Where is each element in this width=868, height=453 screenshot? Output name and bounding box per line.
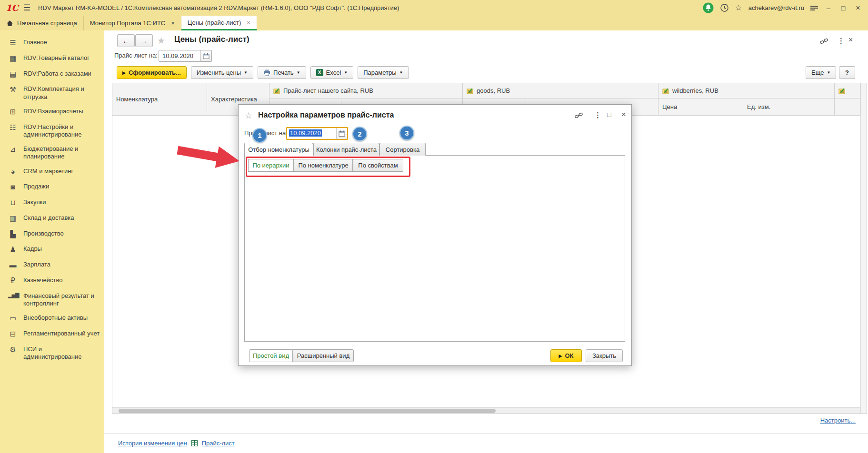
pricelist-icon [273,88,280,94]
forward-button[interactable]: → [135,34,153,47]
sidebar-item-label: Финансовый результат и контроллинг [23,292,100,308]
get-link-icon[interactable] [820,38,828,45]
horizontal-scrollbar[interactable] [112,407,860,414]
sidebar-item-fixed-assets[interactable]: ▭Внеоборотные активы [0,311,104,326]
truck-icon: ▭ [8,314,18,323]
close-tab-icon[interactable]: × [247,19,250,26]
parameters-label: Параметры [363,69,396,76]
sidebar-item-budgeting[interactable]: ⊿Бюджетирование и планирование [0,142,104,164]
maximize-button[interactable]: □ [839,4,848,12]
minimize-button[interactable]: – [824,4,833,12]
subcolumn-price[interactable]: Цена [658,98,743,116]
sidebar-item-nsi-admin[interactable]: ⚙НСИ и администрирование [0,342,104,364]
print-label: Печать [273,69,294,76]
vertical-scrollbar[interactable] [860,83,867,414]
sidebar-item-settings-admin[interactable]: ☷RDV:Настройки и администрирование [0,120,104,142]
pricelist-date-field[interactable]: 10.09.2020 [159,50,212,62]
subcolumn-unit[interactable]: Ед. изм. [743,98,835,116]
favorite-star-icon[interactable]: ★ [157,35,165,46]
column-header-clipped[interactable] [835,83,860,98]
print-button[interactable]: Печать ▼ [258,66,306,79]
sidebar-item-crm-marketing[interactable]: ◕CRM и маркетинг [0,164,104,180]
menu-icon: ☰ [8,39,18,48]
favorites-star-icon[interactable]: ☆ [735,4,742,12]
sidebar-item-salary[interactable]: ▬Зарплата [0,257,104,273]
button-label: Расширенный вид [297,352,349,359]
favorite-star-icon[interactable]: ☆ [245,110,252,121]
notifications-icon[interactable] [703,2,714,13]
change-prices-button[interactable]: Изменить цены ▼ [191,66,253,79]
sidebar-item-label: RDV:Комплектация и отгрузка [23,85,100,101]
get-link-icon[interactable] [575,112,583,119]
status-bar: История изменения цен Прайс-лист [104,433,868,453]
sidebar-item-warehouse-delivery[interactable]: ▥Склад и доставка [0,211,104,226]
close-label: Закрыть [592,352,616,359]
tab-sorting[interactable]: Сортировка [379,143,426,156]
sidebar-item-picking-shipping[interactable]: ⚒RDV:Комплектация и отгрузка [0,82,104,104]
horizontal-scrollbar-thumb[interactable] [119,409,496,413]
sidebar-item-main[interactable]: ☰Главное [0,35,104,51]
user-email[interactable]: achekarev@rdv-it.ru [748,4,804,11]
step-badge-3: 3 [399,126,414,140]
sidebar-item-settlements[interactable]: ⊞RDV:Взаиморасчеты [0,104,104,120]
sidebar-item-treasury[interactable]: ₽Казначейство [0,273,104,289]
parameters-button[interactable]: Параметры ▼ [358,66,409,79]
tab-home[interactable]: Начальная страница [0,16,84,30]
calendar-icon[interactable] [336,128,347,139]
extended-view-button[interactable]: Расширенный вид [293,349,354,362]
sidebar-item-production[interactable]: ▙Производство [0,226,104,242]
tab-nomenclature-selection[interactable]: Отбор номенклатуры [244,143,313,156]
chevron-down-icon: ▼ [344,70,348,75]
sidebar-item-product-catalog[interactable]: ▦RDV:Товарный каталог [0,51,104,67]
sidebar-item-financial-result[interactable]: ▂▅▇Финансовый результат и контроллинг [0,289,104,311]
sidebar-item-label: Главное [23,39,47,46]
price-history-link[interactable]: История изменения цен [118,440,187,447]
column-header-nomenclature[interactable]: Номенклатура [112,83,207,116]
sidebar-item-sales[interactable]: ◙Продажи [0,179,104,195]
toolbar: ▶ Сформировать... Изменить цены ▼ Печать… [117,66,409,79]
ledger-icon: ⊟ [8,330,18,339]
maximize-dialog-icon[interactable]: □ [607,111,611,118]
excel-button[interactable]: X Excel ▼ [310,66,354,79]
subcolumn-clipped[interactable] [835,98,860,116]
generate-button[interactable]: ▶ Сформировать... [117,66,187,79]
sidebar-item-regulated-accounting[interactable]: ⊟Регламентированный учет [0,326,104,342]
simple-view-button[interactable]: Простой вид [249,349,293,362]
more-menu-icon[interactable]: ⋮ [838,37,845,45]
close-button[interactable]: Закрыть [586,349,623,362]
close-page-icon[interactable]: × [848,36,853,44]
configure-link[interactable]: Настроить... [820,417,856,424]
ok-button[interactable]: ▶ ОК [550,349,582,362]
column-label: Характеристика [211,96,257,103]
calendar-icon[interactable] [200,50,211,61]
forward-arrow-icon: → [140,37,148,45]
support-menu-icon[interactable] [810,5,818,11]
close-dialog-icon[interactable]: × [621,110,626,119]
pricelist-date-value[interactable]: 10.09.2020 [159,50,200,61]
more-button[interactable]: Еще ▼ [806,66,836,79]
tab-pricelist-columns[interactable]: Колонки прайс-листа [313,143,379,156]
tab-its-monitor[interactable]: Монитор Портала 1С:ИТС × [84,16,181,30]
dialog-date-value[interactable]: 10.09.2020 [287,128,336,139]
excel-label: Excel [326,69,341,76]
more-menu-icon[interactable]: ⋮ [594,111,601,119]
back-button[interactable]: ← [117,34,135,47]
help-button[interactable]: ? [839,66,855,79]
pricelist-link[interactable]: Прайс-лист [202,440,235,447]
main-menu-icon[interactable]: ☰ [23,3,30,13]
sidebar-item-orders[interactable]: ▤RDV:Работа с заказами [0,67,104,82]
sidebar-item-label: Кадры [23,245,42,253]
sidebar-item-hr[interactable]: ♟Кадры [0,242,104,257]
chevron-down-icon: ▼ [244,70,248,75]
subcolumn-label: Ед. изм. [747,103,770,110]
dialog-date-field[interactable]: 10.09.2020 [286,127,348,140]
tab-panel [244,155,625,342]
column-header-goods[interactable]: goods, RUB [463,83,658,98]
sidebar-item-purchases[interactable]: ⊔Закупки [0,195,104,211]
tab-prices[interactable]: Цены (прайс-лист) × [181,16,257,30]
close-tab-icon[interactable]: × [171,20,175,27]
history-icon[interactable] [720,3,729,12]
column-header-site-pricelist[interactable]: Прайс-лист нашего сайта, RUB [269,83,463,98]
close-window-button[interactable]: × [854,4,862,12]
column-header-wildberries[interactable]: wildberries, RUB [658,83,835,98]
